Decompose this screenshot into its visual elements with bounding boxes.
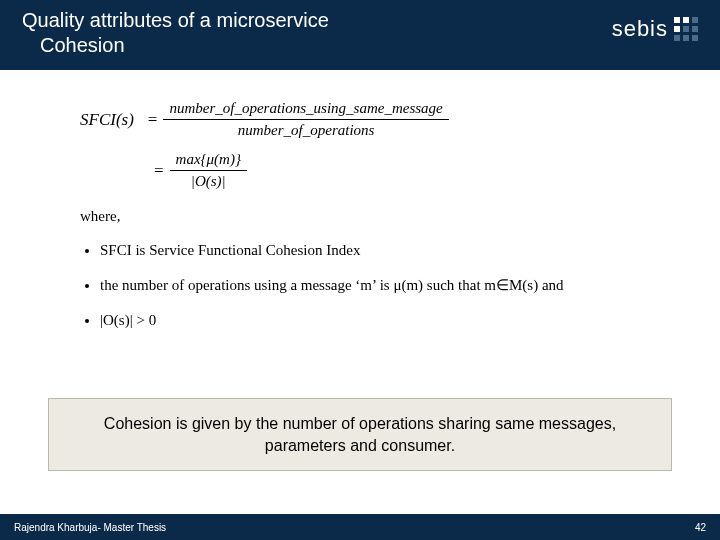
note-box: Cohesion is given by the number of opera… <box>48 398 672 471</box>
fraction-1-denominator: number_of_operations <box>232 120 381 139</box>
formula-row-2: = max{μ(m)} |O(s)| <box>148 151 640 190</box>
page-number: 42 <box>695 522 706 533</box>
footer-left: Rajendra Kharbuja- Master Thesis <box>14 522 166 533</box>
formula-row-1: SFCI(s) = number_of_operations_using_sam… <box>80 100 640 139</box>
where-label: where, <box>80 208 640 225</box>
title-block: Quality attributes of a microservice Coh… <box>22 8 329 58</box>
bullet-item: |O(s)| > 0 <box>100 310 640 331</box>
logo-dots-icon <box>674 17 698 41</box>
title-line-2: Cohesion <box>22 33 329 58</box>
fraction-2: max{μ(m)} |O(s)| <box>170 151 247 190</box>
equals-sign: = <box>148 110 158 130</box>
fraction-2-denominator: |O(s)| <box>185 171 232 190</box>
logo: sebis <box>612 16 698 42</box>
slide-header: Quality attributes of a microservice Coh… <box>0 0 720 70</box>
fraction-2-numerator: max{μ(m)} <box>170 151 247 171</box>
bullet-item: the number of operations using a message… <box>100 275 640 296</box>
bullet-item: SFCI is Service Functional Cohesion Inde… <box>100 240 640 261</box>
slide-footer: Rajendra Kharbuja- Master Thesis 42 <box>0 514 720 540</box>
content-area: SFCI(s) = number_of_operations_using_sam… <box>0 70 720 331</box>
bullet-list: SFCI is Service Functional Cohesion Inde… <box>80 240 640 331</box>
logo-text: sebis <box>612 16 668 42</box>
equals-sign-2: = <box>154 161 164 181</box>
title-line-1: Quality attributes of a microservice <box>22 8 329 33</box>
fraction-1-numerator: number_of_operations_using_same_message <box>163 100 448 120</box>
formula-lhs: SFCI(s) <box>80 110 134 130</box>
fraction-1: number_of_operations_using_same_message … <box>163 100 448 139</box>
